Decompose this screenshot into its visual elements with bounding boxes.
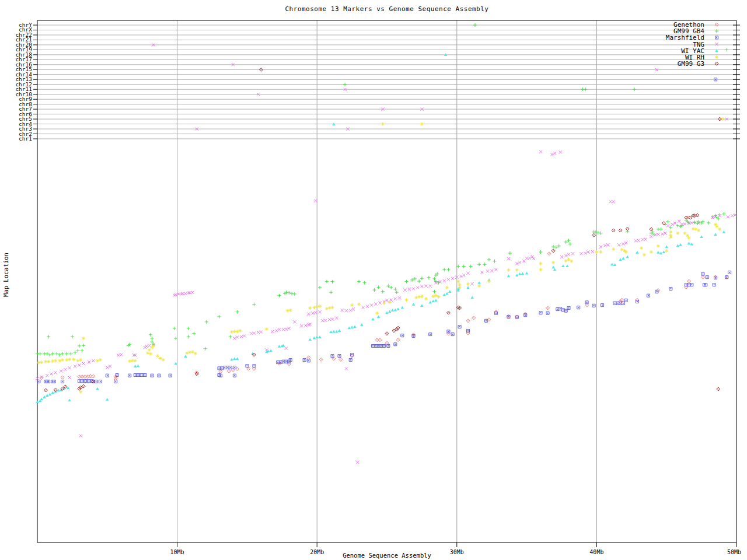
- data-point: [253, 331, 256, 334]
- data-point: [446, 311, 450, 314]
- data-point: [61, 376, 64, 379]
- data-point: [477, 284, 481, 288]
- data-point: [356, 461, 359, 464]
- data-point: [713, 284, 715, 286]
- data-point: [71, 335, 74, 338]
- data-point: [595, 250, 598, 254]
- data-point: [338, 329, 341, 332]
- data-point: [678, 220, 680, 223]
- data-point: [345, 309, 348, 312]
- data-point: [539, 312, 542, 314]
- data-point: [375, 312, 379, 315]
- data-point: [472, 316, 476, 320]
- data-point: [240, 335, 243, 338]
- data-point: [51, 359, 54, 363]
- data-point: [669, 288, 672, 290]
- data-point: [718, 213, 721, 216]
- data-point: [229, 335, 232, 338]
- x-axis-label: Genome Sequence Assembly: [343, 552, 431, 559]
- data-point: [532, 257, 535, 260]
- data-point: [584, 251, 587, 254]
- data-point: [350, 303, 354, 307]
- data-point: [236, 357, 239, 360]
- data-point: [727, 215, 729, 218]
- data-point: [570, 260, 573, 263]
- data-point: [68, 376, 71, 379]
- data-point: [230, 330, 233, 334]
- data-point: [349, 309, 352, 312]
- data-point: [260, 330, 263, 333]
- data-point: [518, 272, 522, 275]
- data-point: [357, 280, 361, 284]
- data-point: [338, 355, 341, 358]
- data-point: [606, 243, 609, 246]
- data-point: [610, 263, 614, 266]
- data-point: [372, 344, 375, 347]
- data-point: [43, 396, 46, 398]
- legend-marker-icon: [715, 23, 718, 26]
- data-point: [383, 344, 386, 347]
- data-point: [312, 306, 316, 309]
- data-point: [525, 257, 528, 260]
- data-point: [683, 222, 686, 225]
- data-point: [82, 362, 85, 365]
- data-point: [456, 280, 460, 284]
- data-point: [257, 331, 260, 334]
- data-point: [65, 358, 68, 362]
- data-point: [99, 358, 102, 362]
- data-point: [644, 237, 647, 240]
- data-point: [669, 236, 672, 239]
- data-point: [442, 293, 446, 296]
- data-point: [47, 360, 50, 363]
- legend-marker-icon: [715, 36, 718, 39]
- data-point: [158, 374, 160, 377]
- data-point: [304, 324, 307, 327]
- data-point: [372, 288, 376, 292]
- data-point: [546, 306, 550, 310]
- data-point: [539, 150, 542, 153]
- data-point: [470, 296, 474, 299]
- data-point: [550, 153, 553, 156]
- data-point: [61, 358, 64, 362]
- data-point: [150, 337, 153, 340]
- y-axis-chrom-label: chr1: [19, 135, 32, 142]
- data-point: [601, 304, 603, 307]
- data-point: [466, 282, 470, 286]
- y-axis-label: Map Location: [2, 253, 9, 297]
- data-point: [74, 365, 76, 368]
- data-point: [701, 272, 704, 275]
- data-point: [609, 200, 612, 203]
- data-point: [370, 304, 373, 307]
- data-point: [634, 239, 637, 242]
- data-point: [616, 302, 619, 304]
- data-point: [230, 358, 233, 361]
- data-point: [250, 332, 253, 335]
- data-point: [381, 290, 385, 293]
- data-point: [221, 367, 224, 370]
- data-point: [431, 295, 435, 298]
- data-point: [54, 359, 57, 362]
- data-point: [462, 265, 466, 268]
- data-point: [480, 271, 483, 274]
- data-point: [551, 249, 555, 253]
- data-point: [483, 262, 487, 266]
- data-point: [289, 309, 292, 312]
- data-point: [46, 352, 49, 356]
- data-point: [487, 279, 491, 283]
- data-point: [137, 365, 140, 368]
- data-point: [687, 242, 691, 244]
- data-point: [36, 400, 39, 403]
- data-point: [187, 335, 190, 338]
- data-point: [725, 48, 728, 51]
- data-point: [58, 359, 61, 362]
- data-point: [325, 280, 329, 284]
- data-point: [664, 232, 666, 235]
- data-point: [718, 228, 721, 231]
- data-point: [385, 299, 388, 302]
- data-point: [152, 344, 155, 348]
- data-point: [429, 333, 432, 336]
- data-point: [687, 284, 690, 286]
- data-point: [714, 233, 717, 236]
- data-point: [303, 358, 306, 361]
- data-point: [687, 236, 691, 240]
